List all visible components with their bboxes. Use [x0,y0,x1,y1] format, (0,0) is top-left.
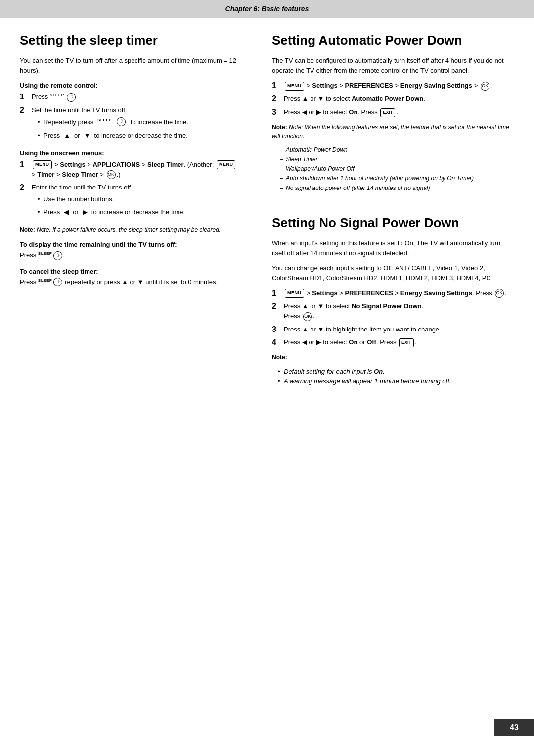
ok-btn3: OK [495,289,504,298]
chapter-header: Chapter 6: Basic features [0,0,534,18]
remote-steps: 1 Press SLEEP ☽ 2 Set the time until the… [20,92,242,143]
content-area: Setting the sleep timer You can set the … [0,33,534,390]
step-item: 3 Press ▲ or ▼ to highlight the item you… [272,325,514,335]
auto-power-intro: The TV can be configured to automaticall… [272,56,514,76]
menu-icon2: MENU [217,160,236,169]
auto-power-title: Setting Automatic Power Down [272,33,514,48]
sleep-btn: ☽ [117,117,126,126]
ok-btn4: OK [303,312,312,321]
step-item: 4 Press ◀ or ▶ to select On or Off. Pres… [272,337,514,348]
display-label: To display the time remaining until the … [20,241,242,248]
auto-note: Note: Note: When the following features … [272,123,514,141]
sleep-timer-intro: You can set the TV to turn off after a s… [20,56,242,76]
auto-note-list: Automatic Power Down Sleep Timer Wallpap… [272,145,514,193]
nosignal-note-bullets: Default setting for each input is On. A … [272,367,514,386]
step-item: 1 MENU > Settings > PREFERENCES > Energy… [272,288,514,299]
display-text: Press SLEEP☽. [20,250,242,260]
auto-steps: 1 MENU > Settings > PREFERENCES > Energy… [272,81,514,117]
nosignal-intro1: When an input's setting in this feature … [272,238,514,258]
section-divider [272,205,514,205]
cancel-label: To cancel the sleep timer: [20,268,242,275]
onscreen-menus-label: Using the onscreen menus: [20,149,242,157]
ok-btn2: OK [481,82,490,91]
cancel-text: Press SLEEP☽ repeatedly or press ▲ or ▼ … [20,277,242,287]
left-column: Setting the sleep timer You can set the … [20,33,257,390]
chapter-title: Chapter 6: Basic features [225,5,309,13]
nosignal-intro2: You can change each input's setting to O… [272,263,514,283]
nosignal-note-label: Note: [272,353,514,362]
sleep-note: Note: Note: If a power failure occurs, t… [20,225,242,234]
sleep-btn4: ☽ [53,278,62,286]
page: Chapter 6: Basic features Setting the sl… [0,0,534,756]
step2b-bullets: Use the number buttons. Press ◀ or ▶ to … [32,194,242,217]
page-number: 43 [494,719,534,736]
step-item: 1 Press SLEEP ☽ [20,92,242,102]
menu-icon3: MENU [285,82,304,91]
nosignal-steps: 1 MENU > Settings > PREFERENCES > Energy… [272,288,514,348]
step-item: 2 Enter the time until the TV turns off.… [20,183,242,220]
step2-bullets: Repeatedly press SLEEP☽ to increase the … [32,117,242,140]
step-item: 2 Press ▲ or ▼ to select Automatic Power… [272,94,514,104]
right-column: Setting Automatic Power Down The TV can … [257,33,514,390]
step-item: 2 Press ▲ or ▼ to select No Signal Power… [272,301,514,321]
exit-btn2: EXIT [399,338,414,347]
sleep-btn3: ☽ [53,251,62,260]
sleep-button-icon: ☽ [67,93,76,102]
step-item: 1 MENU > Settings > PREFERENCES > Energy… [272,81,514,91]
step-item: 3 Press ◀ or ▶ to select On. Press EXIT. [272,107,514,118]
exit-btn: EXIT [380,108,395,117]
remote-control-label: Using the remote control: [20,82,242,89]
ok-btn: OK [107,170,116,179]
step-item: 1 MENU > Settings > APPLICATIONS > Sleep… [20,160,242,180]
menu-icon: MENU [33,160,52,169]
sleep-timer-title: Setting the sleep timer [20,33,242,48]
nosignal-title: Setting No Signal Power Down [272,215,514,231]
step-item: 2 Set the time until the TV turns off. R… [20,105,242,143]
onscreen-steps: 1 MENU > Settings > APPLICATIONS > Sleep… [20,160,242,221]
menu-icon4: MENU [285,289,304,298]
